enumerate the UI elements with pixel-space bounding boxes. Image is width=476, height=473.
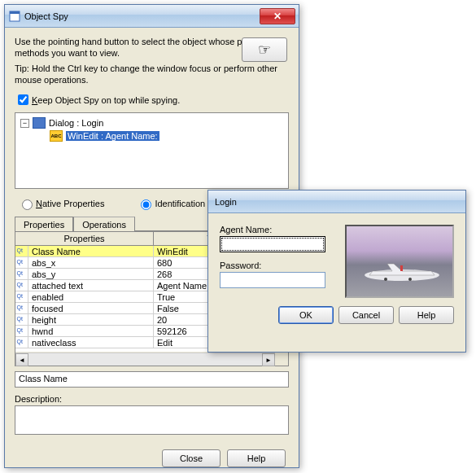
- identification-radio[interactable]: Identification: [137, 197, 205, 210]
- col-properties[interactable]: Properties: [15, 232, 154, 245]
- tab-properties[interactable]: Properties: [15, 217, 73, 231]
- login-help-button[interactable]: Help: [399, 306, 454, 324]
- svg-point-4: [384, 278, 387, 281]
- login-window: Login Agent Name: Password: OK Cancel He…: [207, 190, 466, 353]
- property-icon: Qt: [15, 314, 28, 325]
- selected-property-box: Class Name: [15, 371, 289, 388]
- spy-titlebar[interactable]: Object Spy ✕: [5, 5, 299, 28]
- password-field[interactable]: [220, 272, 325, 288]
- close-icon[interactable]: ✕: [260, 8, 295, 24]
- prop-name: attached text: [28, 280, 154, 291]
- property-icon: Qt: [15, 291, 28, 302]
- property-icon: Qt: [15, 337, 28, 348]
- prop-name: abs_x: [28, 257, 154, 268]
- prop-name: hwnd: [28, 326, 154, 336]
- description-box: [15, 405, 289, 435]
- instruction-2: Tip: Hold the Ctrl key to change the win…: [15, 63, 289, 86]
- close-button[interactable]: Close: [162, 449, 221, 467]
- password-label: Password:: [220, 261, 345, 270]
- native-properties-radio[interactable]: Native Properties: [18, 197, 104, 210]
- property-icon: Qt: [15, 303, 28, 313]
- pointing-hand-button[interactable]: ☞: [242, 37, 287, 62]
- tree-child-label: WinEdit : Agent Name:: [66, 131, 159, 141]
- keep-on-top-label: Keep Object Spy on top while spying.: [32, 95, 180, 105]
- property-icon: Qt: [15, 246, 28, 256]
- horizontal-scrollbar[interactable]: ◄ ►: [15, 353, 275, 366]
- tree-root-label: Dialog : Login: [49, 118, 103, 128]
- svg-rect-1: [10, 11, 20, 14]
- tree-root-row[interactable]: − Dialog : Login: [19, 116, 285, 129]
- tab-operations[interactable]: Operations: [73, 217, 135, 231]
- keep-on-top-checkbox[interactable]: [18, 94, 28, 105]
- svg-rect-3: [400, 265, 403, 271]
- tree-child-row[interactable]: ABC WinEdit : Agent Name:: [19, 129, 285, 142]
- property-icon: Qt: [15, 257, 28, 268]
- svg-point-5: [408, 278, 412, 281]
- prop-name: Class Name: [28, 246, 154, 256]
- dialog-icon: [33, 117, 46, 129]
- login-titlebar[interactable]: Login: [208, 191, 465, 213]
- cancel-button[interactable]: Cancel: [338, 306, 394, 324]
- scroll-right-icon[interactable]: ►: [262, 353, 275, 366]
- ok-button[interactable]: OK: [278, 306, 334, 324]
- help-button[interactable]: Help: [227, 449, 286, 467]
- prop-name: enabled: [28, 291, 154, 302]
- prop-name: focused: [28, 303, 154, 313]
- app-icon: [8, 10, 21, 23]
- agent-name-label: Agent Name:: [220, 225, 345, 234]
- property-icon: Qt: [15, 326, 28, 336]
- prop-name: abs_y: [28, 269, 154, 279]
- scroll-left-icon[interactable]: ◄: [15, 353, 28, 366]
- prop-name: nativeclass: [28, 337, 154, 348]
- login-title: Login: [212, 197, 462, 207]
- login-image: [345, 225, 454, 298]
- native-label: Native Properties: [36, 199, 104, 208]
- winedit-icon: ABC: [50, 130, 63, 142]
- collapse-icon[interactable]: −: [20, 119, 29, 128]
- agent-name-field[interactable]: [220, 236, 325, 252]
- description-label: Description:: [15, 394, 289, 404]
- object-tree[interactable]: − Dialog : Login ABC WinEdit : Agent Nam…: [15, 112, 289, 189]
- property-icon: Qt: [15, 269, 28, 279]
- prop-name: height: [28, 314, 154, 325]
- property-icon: Qt: [15, 280, 28, 291]
- ident-label: Identification: [155, 199, 205, 208]
- spy-title: Object Spy: [24, 11, 260, 21]
